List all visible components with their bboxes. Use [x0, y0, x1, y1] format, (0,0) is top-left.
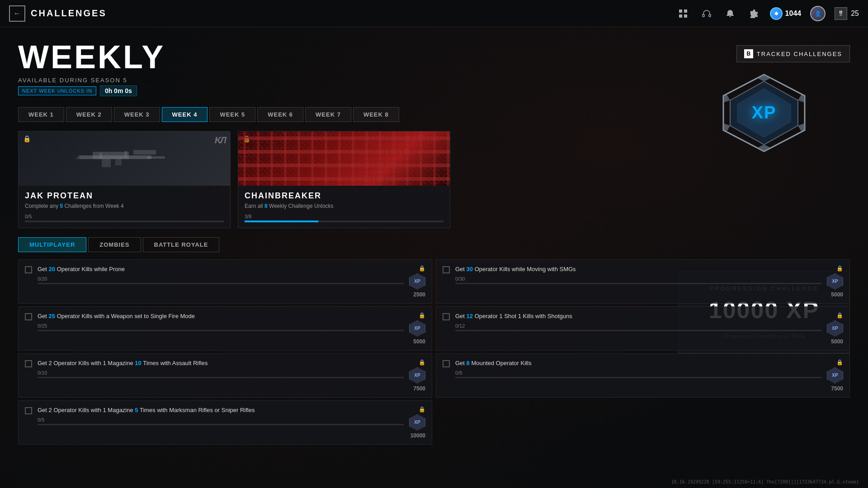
xp-amount-6: 5000	[831, 338, 843, 345]
challenge-bar-bg-3	[38, 377, 404, 378]
challenge-progress-6: 0/12	[455, 323, 821, 328]
debug-info: 10.16.19299228 [59:255:11250+11:A] Tho[7…	[671, 479, 859, 484]
jak-reward-name: JAK PROTEAN	[25, 191, 224, 201]
mode-tab-battle-royale[interactable]: BATTLE ROYALE	[143, 237, 220, 252]
challenge-content-6: Get 12 Operator 1 Shot 1 Kills with Shot…	[455, 312, 821, 331]
challenge-lock-7: 🔒	[836, 359, 843, 366]
week-tabs: WEEK 1 WEEK 2 WEEK 3 WEEK 4 WEEK 5 WEEK …	[18, 107, 850, 122]
week-tab-1[interactable]: WEEK 1	[18, 107, 64, 122]
challenge-desc-6: Get 12 Operator 1 Shot 1 Kills with Shot…	[455, 312, 821, 320]
svg-rect-1	[684, 9, 687, 13]
challenge-progress-2: 0/25	[38, 323, 404, 328]
challenge-right-5: 🔒 XP 5000	[827, 265, 843, 298]
gun-silhouette	[75, 143, 174, 174]
challenge-bar-bg-1	[38, 283, 404, 284]
chain-progress: 3/8	[245, 214, 443, 222]
challenge-right-2: 🔒 XP 5000	[409, 312, 425, 345]
jak-progress-text: 0/5	[25, 214, 224, 219]
xp-amount-1: 2500	[413, 291, 425, 298]
currency-icon: ◈	[770, 7, 783, 20]
bell-icon[interactable]	[723, 6, 737, 21]
reward-card-jak: 🔒 KЛ JAK PROTEAN Complete any 5 C	[18, 131, 231, 228]
challenge-bar-bg-7	[455, 377, 821, 378]
chain-card-image: 🔒	[238, 131, 450, 186]
challenge-content-3: Get 2 Operator Kills with 1 Magazine 10 …	[38, 359, 404, 378]
challenge-progress-4: 0/5	[38, 417, 404, 422]
challenge-checkbox-7[interactable]	[443, 360, 450, 367]
svg-marker-12	[75, 155, 79, 159]
xp-amount-5: 5000	[831, 291, 843, 298]
xp-amount-4: 10000	[410, 432, 425, 439]
xp-badge-3: XP	[409, 367, 425, 384]
challenge-checkbox-2[interactable]	[25, 313, 32, 320]
challenge-checkbox-1[interactable]	[25, 266, 32, 273]
week-tab-4[interactable]: WEEK 4	[162, 107, 208, 122]
challenge-checkbox-5[interactable]	[443, 266, 450, 273]
challenge-right-7: 🔒 XP 7500	[827, 359, 843, 392]
tracked-challenges-button[interactable]: B TRACKED CHALLENGES	[736, 45, 850, 62]
week-tab-3[interactable]: WEEK 3	[114, 107, 160, 122]
unlock-timer: NEXT WEEK UNLOCKS IN 0h 0m 0s	[18, 85, 165, 96]
challenge-item-4: Get 2 Operator Kills with 1 Magazine 5 T…	[18, 400, 432, 445]
challenge-checkbox-4[interactable]	[25, 407, 32, 414]
challenge-desc-1: Get 20 Operator Kills while Prone	[38, 265, 404, 273]
jak-reward-desc: Complete any 5 Challenges from Week 4	[25, 202, 224, 210]
mode-tab-multiplayer[interactable]: MULTIPLAYER	[18, 237, 86, 252]
week-tab-7[interactable]: WEEK 7	[305, 107, 351, 122]
challenge-content-1: Get 20 Operator Kills while Prone 0/20	[38, 265, 404, 284]
challenges-col-left: Get 20 Operator Kills while Prone 0/20 🔒…	[18, 259, 432, 445]
challenge-bar-bg-5	[455, 283, 821, 284]
gear-icon[interactable]	[746, 6, 761, 21]
challenge-bar-bg-6	[455, 330, 821, 331]
reward-cards: 🔒 KЛ JAK PROTEAN Complete any 5 C	[18, 131, 850, 228]
chain-progress-bar-fill	[245, 221, 318, 222]
grid-icon[interactable]	[676, 6, 690, 21]
challenge-lock-2: 🔒	[419, 312, 425, 319]
week-tab-5[interactable]: WEEK 5	[209, 107, 255, 122]
jak-progress-bar-bg	[25, 221, 224, 222]
mode-tab-zombies[interactable]: ZOMBIES	[88, 237, 141, 252]
challenge-lock-5: 🔒	[836, 265, 843, 272]
jak-logo: KЛ	[215, 135, 226, 145]
svg-rect-11	[147, 156, 165, 159]
challenge-item-2: Get 25 Operator Kills with a Weapon set …	[18, 306, 432, 351]
chain-card-content: CHAINBREAKER Earn all 8 Weekly Challenge…	[238, 186, 450, 228]
back-button[interactable]: ← CHALLENGES	[9, 5, 107, 22]
svg-rect-14	[124, 151, 127, 157]
xp-badge-7: XP	[827, 367, 843, 384]
challenge-lock-1: 🔒	[419, 265, 425, 272]
challenge-item-3: Get 2 Operator Kills with 1 Magazine 10 …	[18, 353, 432, 398]
chain-progress-bar-bg	[245, 221, 443, 222]
challenge-desc-5: Get 30 Operator Kills while Moving with …	[455, 265, 821, 273]
svg-rect-7	[93, 152, 129, 159]
challenges-col-right: Get 30 Operator Kills while Moving with …	[436, 259, 850, 445]
challenge-checkbox-3[interactable]	[25, 360, 32, 367]
week-tab-2[interactable]: WEEK 2	[66, 107, 112, 122]
svg-rect-5	[709, 14, 711, 17]
challenge-item-5: Get 30 Operator Kills while Moving with …	[436, 259, 850, 304]
svg-rect-10	[115, 159, 122, 165]
chain-reward-name: CHAINBREAKER	[245, 191, 443, 201]
challenge-right-4: 🔒 XP 10000	[409, 406, 425, 439]
headset-icon[interactable]	[699, 6, 714, 21]
challenge-bar-bg-4	[38, 424, 404, 425]
challenge-checkbox-6[interactable]	[443, 313, 450, 320]
week-tab-8[interactable]: WEEK 8	[353, 107, 399, 122]
weekly-title-block: WEEKLY AVAILABLE DURING SEASON 5 NEXT WE…	[18, 41, 165, 96]
challenge-item-1: Get 20 Operator Kills while Prone 0/20 🔒…	[18, 259, 432, 304]
back-arrow-icon: ←	[9, 5, 25, 22]
xp-amount-3: 7500	[413, 385, 425, 392]
level-icon: 🎖	[835, 7, 847, 20]
challenge-right-6: 🔒 XP 5000	[827, 312, 843, 345]
jak-card-image: 🔒 KЛ	[19, 131, 230, 186]
unlock-label: NEXT WEEK UNLOCKS IN	[18, 86, 96, 95]
avatar[interactable]: 👤	[810, 6, 826, 21]
week-tab-6[interactable]: WEEK 6	[257, 107, 303, 122]
jak-card-content: JAK PROTEAN Complete any 5 Challenges fr…	[19, 186, 230, 228]
challenge-progress-5: 0/30	[455, 276, 821, 282]
weekly-header: WEEKLY AVAILABLE DURING SEASON 5 NEXT WE…	[18, 41, 850, 96]
svg-rect-4	[703, 14, 704, 17]
chain-progress-text: 3/8	[245, 214, 443, 219]
unlock-time: 0h 0m 0s	[100, 85, 137, 96]
weekly-sub: AVAILABLE DURING SEASON 5 NEXT WEEK UNLO…	[18, 77, 165, 96]
